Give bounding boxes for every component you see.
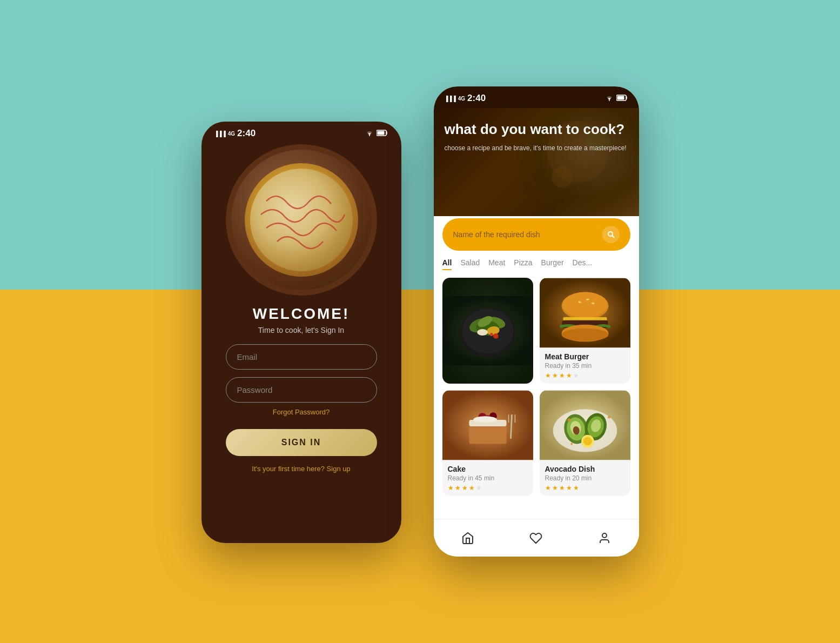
network-signal: ▐▐▐ 4G 2:40 [214, 128, 256, 139]
svg-rect-2 [377, 131, 384, 135]
svg-point-3 [609, 100, 610, 101]
svg-point-19 [493, 333, 498, 339]
home-signal-icon: ▐▐▐ [445, 96, 456, 102]
signup-prompt: It's your first time here? Sign up [252, 465, 350, 473]
email-field[interactable] [226, 344, 377, 370]
cake-time: Ready in 45 min [448, 474, 528, 482]
home-battery-area [605, 95, 628, 103]
svg-point-24 [562, 292, 607, 317]
bottom-nav [434, 519, 639, 557]
avocado-info: Avocado Dish Ready in 20 min ★ ★ ★ ★ ★ [540, 460, 630, 496]
tab-all[interactable]: All [442, 258, 452, 270]
svg-point-57 [570, 443, 573, 445]
search-icon[interactable] [602, 226, 620, 243]
phone-home: ▐▐▐ 4G 2:40 [434, 86, 639, 557]
home-network-signal: ▐▐▐ 4G 2:40 [445, 93, 486, 104]
search-placeholder: Name of the required dish [453, 230, 540, 239]
burger-stars: ★ ★ ★ ★ ★ [545, 372, 625, 379]
home-network-type: 4G [458, 96, 465, 102]
nav-profile[interactable] [598, 532, 611, 545]
cake-info: Cake Ready in 45 min ★ ★ ★ ★ ★ [442, 460, 533, 496]
category-tabs: All Salad Meat Pizza Burger Des... [442, 258, 630, 270]
svg-point-18 [477, 329, 488, 336]
astar-5: ★ [573, 484, 579, 492]
pizza-plate [231, 150, 372, 290]
welcome-title: WELCOME! [253, 305, 350, 323]
cstar-2: ★ [455, 484, 461, 492]
hero-subtitle: choose a recipe and be brave, it's time … [445, 143, 628, 153]
login-status-bar: ▐▐▐ 4G 2:40 [201, 122, 401, 139]
search-bar[interactable]: Name of the required dish [442, 218, 630, 251]
svg-point-56 [608, 416, 610, 419]
password-field[interactable] [226, 377, 377, 403]
signal-icon: ▐▐▐ [214, 131, 226, 137]
svg-point-54 [583, 437, 592, 446]
astar-2: ★ [552, 484, 558, 492]
astar-1: ★ [545, 484, 551, 492]
food-card-avocado[interactable]: Avocado Dish Ready in 20 min ★ ★ ★ ★ ★ [540, 390, 630, 496]
tab-salad[interactable]: Salad [460, 258, 480, 270]
battery-area [365, 130, 388, 138]
signup-prompt-text: It's your first time here? [252, 465, 325, 473]
svg-point-55 [567, 418, 570, 421]
avocado-image [540, 390, 630, 460]
bstar-5: ★ [573, 372, 579, 379]
cstar-3: ★ [462, 484, 468, 492]
pizza-top [245, 163, 358, 277]
astar-4: ★ [566, 484, 572, 492]
food-card-cake[interactable]: Cake Ready in 45 min ★ ★ ★ ★ ★ [442, 390, 533, 496]
astar-3: ★ [559, 484, 565, 492]
status-time: 2:40 [237, 128, 256, 139]
bstar-1: ★ [545, 372, 551, 379]
svg-line-10 [612, 236, 614, 238]
cake-image [442, 390, 533, 460]
pizza-topping [250, 169, 353, 271]
burger-name: Meat Burger [545, 352, 625, 361]
cstar-5: ★ [476, 484, 482, 492]
avocado-name: Avocado Dish [545, 465, 625, 473]
burger-time: Ready in 35 min [545, 362, 625, 370]
tab-meat[interactable]: Meat [488, 258, 505, 270]
hero-banner: what do you want to cook? choose a recip… [434, 108, 639, 216]
phone-login: ▐▐▐ 4G 2:40 [201, 122, 401, 543]
wifi-icon [365, 130, 374, 138]
signup-link[interactable]: Sign up [327, 465, 351, 473]
hero-title: what do you want to cook? [445, 121, 628, 138]
forgot-password-link[interactable]: Forgot Password? [273, 408, 330, 416]
food-grid: Vege Salad Ready in 30 min ★ ★ ★ ★ ★ [442, 278, 630, 496]
salad-image [442, 278, 533, 384]
burger-image [540, 278, 630, 348]
avocado-stars: ★ ★ ★ ★ ★ [545, 484, 625, 492]
food-card-burger[interactable]: Meat Burger Ready in 35 min ★ ★ ★ ★ ★ [540, 278, 630, 384]
nav-home[interactable] [461, 532, 474, 545]
phones-container: ▐▐▐ 4G 2:40 [0, 0, 840, 643]
content-area: Name of the required dish All Salad Meat… [434, 207, 639, 519]
nav-favorites[interactable] [529, 532, 542, 545]
pizza-image [226, 144, 377, 296]
svg-point-0 [369, 135, 370, 136]
svg-point-9 [608, 232, 613, 236]
welcome-subtitle: Time to cook, let's Sign In [258, 326, 344, 334]
home-status-time: 2:40 [467, 93, 486, 104]
svg-point-32 [561, 329, 608, 341]
cake-stars: ★ ★ ★ ★ ★ [448, 484, 528, 492]
network-type: 4G [228, 131, 235, 137]
svg-rect-5 [617, 96, 624, 99]
tab-dessert[interactable]: Des... [573, 258, 593, 270]
tab-burger[interactable]: Burger [541, 258, 564, 270]
home-battery-icon [616, 95, 628, 103]
cstar-4: ★ [469, 484, 475, 492]
battery-icon [377, 130, 388, 138]
tab-pizza[interactable]: Pizza [514, 258, 532, 270]
sign-in-button[interactable]: SIGN IN [226, 429, 377, 456]
cake-name: Cake [448, 465, 528, 473]
bstar-3: ★ [559, 372, 565, 379]
svg-point-20 [489, 333, 493, 336]
bstar-4: ★ [566, 372, 572, 379]
home-wifi-icon [605, 95, 614, 103]
bstar-2: ★ [552, 372, 558, 379]
svg-point-8 [552, 168, 572, 188]
svg-point-39 [473, 416, 496, 423]
cstar-1: ★ [448, 484, 454, 492]
food-card-salad[interactable]: Vege Salad Ready in 30 min ★ ★ ★ ★ ★ [442, 278, 533, 384]
